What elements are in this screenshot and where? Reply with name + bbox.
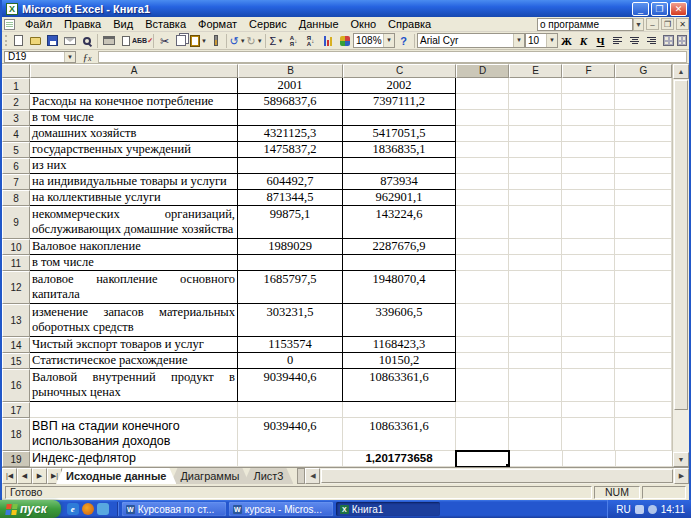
ask-question-input[interactable]: о программе (537, 18, 633, 31)
cell-A17[interactable] (30, 402, 238, 418)
cell-A13[interactable]: изменение запасов материальных оборотных… (30, 304, 238, 337)
cell-C18[interactable]: 10863361,6 (343, 418, 456, 451)
cell-D1[interactable] (456, 78, 509, 94)
new-button[interactable] (10, 33, 27, 49)
row-header-10[interactable]: 10 (2, 239, 30, 255)
cell-F13[interactable] (562, 304, 615, 337)
cell-E8[interactable] (509, 190, 562, 206)
cell-C4[interactable]: 5417051,5 (343, 126, 456, 142)
align-right-button[interactable] (643, 33, 660, 49)
cell-C5[interactable]: 1836835,1 (343, 142, 456, 158)
menu-help[interactable]: Справка (382, 17, 437, 31)
cell-A9[interactable]: некоммерческих организаций, обслуживающи… (30, 206, 238, 239)
column-header-g[interactable]: G (615, 64, 672, 78)
insert-function-icon[interactable]: ƒx (76, 51, 98, 63)
cell-F12[interactable] (562, 271, 615, 304)
autosum-button[interactable]: Σ▼ (268, 33, 285, 49)
cell-E12[interactable] (509, 271, 562, 304)
cell-G5[interactable] (615, 142, 672, 158)
cell-C16[interactable]: 10863361,6 (343, 369, 456, 402)
cell-F2[interactable] (562, 94, 615, 110)
cell-A18[interactable]: ВВП на стадии конечного использования до… (30, 418, 238, 451)
sort-ascending-button[interactable]: АЯ↓ (285, 33, 302, 49)
menu-file[interactable]: Файл (19, 17, 58, 31)
cell-A4[interactable]: домашних хозяйств (30, 126, 238, 142)
cut-button[interactable]: ✂ (156, 33, 173, 49)
cell-C15[interactable]: 10150,2 (343, 353, 456, 369)
row-header-14[interactable]: 14 (2, 337, 30, 353)
zoom-combo[interactable]: 108%▼ (353, 33, 395, 48)
cell-B4[interactable]: 4321125,3 (238, 126, 343, 142)
tab-source-data[interactable]: Исходные данные (56, 468, 176, 484)
internet-explorer-icon[interactable]: e (67, 503, 79, 515)
row-header-9[interactable]: 9 (2, 206, 30, 239)
cell-E17[interactable] (509, 402, 562, 418)
minimize-button[interactable]: _ (632, 2, 649, 16)
column-header-b[interactable]: B (238, 64, 343, 78)
borders-button[interactable]: ▼ (677, 33, 689, 49)
cell-C2[interactable]: 7397111,2 (343, 94, 456, 110)
cell-A6[interactable]: из них (30, 158, 238, 174)
cell-G12[interactable] (615, 271, 672, 304)
email-button[interactable] (61, 33, 78, 49)
undo-button[interactable]: ↺▼ (229, 33, 246, 49)
paste-button[interactable]: ▼ (190, 33, 207, 49)
vertical-scroll-thumb[interactable] (674, 80, 688, 410)
cell-E7[interactable] (509, 174, 562, 190)
sort-descending-button[interactable]: ЯА↓ (302, 33, 319, 49)
cell-G1[interactable] (615, 78, 672, 94)
cell-C17[interactable] (343, 402, 456, 418)
search-button[interactable] (78, 33, 95, 49)
cell-C12[interactable]: 1948070,4 (343, 271, 456, 304)
cell-G14[interactable] (615, 337, 672, 353)
open-button[interactable] (27, 33, 44, 49)
cell-F15[interactable] (562, 353, 615, 369)
cell-G13[interactable] (615, 304, 672, 337)
scroll-left-icon[interactable]: ◀ (305, 468, 320, 484)
menu-insert[interactable]: Вставка (139, 17, 192, 31)
row-header-19[interactable]: 19 (2, 451, 30, 467)
cell-F16[interactable] (562, 369, 615, 402)
name-box-dropdown-icon[interactable]: ▼ (64, 52, 75, 62)
cell-B16[interactable]: 9039440,6 (238, 369, 343, 402)
cell-C14[interactable]: 1168423,3 (343, 337, 456, 353)
cell-C13[interactable]: 339606,5 (343, 304, 456, 337)
cell-D10[interactable] (456, 239, 509, 255)
prev-sheet-icon[interactable]: ◀ (17, 468, 32, 484)
menu-edit[interactable]: Правка (58, 17, 107, 31)
doc-close-button[interactable]: ✕ (676, 18, 689, 30)
cell-E4[interactable] (509, 126, 562, 142)
scroll-right-icon[interactable]: ▶ (674, 468, 689, 484)
taskbar-button-kniga1[interactable]: XКнига1 (336, 502, 440, 516)
underline-button[interactable]: Ч (592, 33, 609, 49)
align-left-button[interactable] (609, 33, 626, 49)
cell-D4[interactable] (456, 126, 509, 142)
scroll-down-icon[interactable]: ▼ (673, 452, 689, 467)
cell-A2[interactable]: Расходы на конечное потребление (30, 94, 238, 110)
cell-E11[interactable] (509, 255, 562, 271)
align-center-button[interactable] (626, 33, 643, 49)
quick-launch-app-icon[interactable] (97, 503, 109, 515)
row-header-16[interactable]: 16 (2, 369, 30, 402)
cell-D16[interactable] (456, 369, 509, 402)
close-button[interactable]: ✕ (670, 2, 687, 16)
merge-center-button[interactable] (660, 33, 677, 49)
cell-F5[interactable] (562, 142, 615, 158)
help-button[interactable]: ? (395, 33, 412, 49)
cell-D3[interactable] (456, 110, 509, 126)
cell-B2[interactable]: 5896837,6 (238, 94, 343, 110)
cell-F19[interactable] (563, 451, 616, 467)
cell-E18[interactable] (509, 418, 562, 451)
row-header-2[interactable]: 2 (2, 94, 30, 110)
cell-B12[interactable]: 1685797,5 (238, 271, 343, 304)
cell-E19[interactable] (510, 451, 563, 467)
font-size-combo[interactable]: 10▼ (525, 33, 558, 48)
cell-F6[interactable] (562, 158, 615, 174)
cell-G6[interactable] (615, 158, 672, 174)
cell-E1[interactable] (509, 78, 562, 94)
cell-D2[interactable] (456, 94, 509, 110)
cell-B18[interactable]: 9039440,6 (238, 418, 343, 451)
taskbar-button-doc1[interactable]: WКурсовая по ст... (122, 502, 226, 516)
cell-G19[interactable] (616, 451, 672, 467)
cell-G18[interactable] (615, 418, 672, 451)
